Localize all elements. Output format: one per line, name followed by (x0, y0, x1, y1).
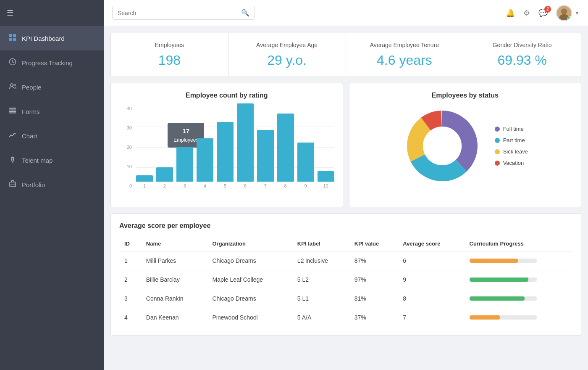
cell-kpi-label: 5 L1 (292, 289, 349, 308)
table-row[interactable]: 3 Conna Rankin Chicago Dreams 5 L1 81% 8 (119, 289, 572, 308)
notification-icon[interactable]: 🔔 (506, 8, 515, 18)
cell-avg-score: 7 (398, 308, 464, 327)
cell-kpi-label: 5 A/A (292, 308, 349, 327)
bar-chart-container: 010203040 1 2 3 4 5 6 7 8 9 10 (119, 106, 334, 198)
svg-rect-9 (9, 111, 16, 112)
legend-item: Sick leave (495, 148, 528, 155)
clock-icon (8, 58, 17, 67)
sidebar-header[interactable]: ☰ (0, 0, 104, 26)
cell-id: 2 (119, 270, 141, 289)
user-menu[interactable]: ▼ (556, 5, 580, 21)
search-box[interactable]: 🔍 (112, 6, 255, 20)
users-icon (8, 82, 17, 92)
cell-organization: Chicago Dreams (207, 251, 292, 270)
legend-label: Vacation (503, 160, 524, 166)
hamburger-icon[interactable]: ☰ (7, 8, 13, 18)
chevron-down-icon[interactable]: ▼ (575, 10, 580, 16)
cell-name: Billie Barclay (141, 270, 207, 289)
table-row[interactable]: 4 Dan Keenan Pinewood School 5 A/A 37% 7 (119, 308, 572, 327)
cell-progress (465, 251, 572, 270)
svg-point-6 (14, 84, 16, 86)
sidebar-item-label: KPI Dashboard (22, 35, 65, 42)
cell-kpi-label: 5 L2 (292, 270, 349, 289)
cell-id: 1 (119, 251, 141, 270)
sidebar-item-forms[interactable]: Forms (0, 99, 104, 124)
bar-x-label: 7 (264, 183, 267, 188)
legend-label: Full time (503, 126, 524, 132)
bar-wrap[interactable]: 6 (237, 103, 254, 188)
content-area: Employees 198 Average Employee Age 29 y.… (104, 26, 588, 370)
kpi-card-value-3: 69.93 % (473, 53, 571, 68)
topbar: 🔍 🔔 ⚙ 💬 2 (104, 0, 588, 26)
kpi-card-title-1: Average Employee Age (239, 42, 336, 48)
legend-item: Vacation (495, 160, 528, 166)
bar-wrap[interactable]: 10 (318, 171, 334, 188)
bar-wrap[interactable]: 1 (136, 175, 153, 188)
progress-bar-fill (470, 259, 518, 263)
cell-avg-score: 6 (398, 251, 464, 270)
portfolio-icon (8, 180, 17, 189)
employee-table: IDNameOrganizationKPI labelKPI valueAver… (119, 236, 572, 327)
svg-rect-2 (9, 38, 12, 41)
bar-x-label: 8 (284, 183, 287, 188)
table-column-header: ID (119, 236, 141, 251)
charts-row: Employee count by rating 010203040 1 2 3… (110, 83, 581, 207)
sidebar-item-kpi-dashboard[interactable]: KPI Dashboard (0, 26, 104, 50)
bar-wrap[interactable]: 3 (176, 147, 193, 188)
kpi-card-2: Average Employee Tenure 4.6 years (346, 33, 464, 77)
bar (318, 171, 334, 182)
bar-x-label: 6 (244, 183, 247, 188)
sidebar-nav: KPI Dashboard Progress Tracking People F… (0, 26, 104, 370)
sidebar-item-label: Forms (22, 108, 40, 115)
sidebar-item-talent-map[interactable]: Telent map (0, 148, 104, 172)
legend-label: Sick leave (503, 148, 528, 155)
cell-kpi-label: L2 inclusive (292, 251, 349, 270)
bar-x-label: 10 (323, 183, 328, 188)
sidebar-item-label: People (22, 84, 42, 91)
progress-bar-bg (470, 259, 537, 263)
avatar (556, 5, 572, 21)
sidebar-item-chart[interactable]: Chart (0, 124, 104, 148)
sidebar-item-people[interactable]: People (0, 75, 104, 99)
bar-wrap[interactable]: 4 (197, 138, 213, 188)
bar-wrap[interactable]: 8 (277, 114, 294, 188)
cell-progress (465, 308, 572, 327)
bar-chart-y-axis: 010203040 (119, 106, 134, 188)
messages-icon[interactable]: 💬 2 (538, 8, 548, 18)
sidebar-item-progress-tracking[interactable]: Progress Tracking (0, 50, 104, 75)
progress-bar-bg (470, 315, 537, 320)
table-row[interactable]: 1 Milli Parkes Chicago Dreams L2 inclusi… (119, 251, 572, 270)
progress-bar-fill (470, 315, 500, 320)
svg-rect-0 (9, 34, 12, 37)
svg-point-15 (561, 8, 567, 14)
progress-bar-fill (470, 296, 525, 301)
legend-dot (495, 161, 500, 166)
settings-icon[interactable]: ⚙ (523, 8, 530, 18)
sidebar-item-portfolio[interactable]: Portfolio (0, 172, 104, 197)
online-status-dot (567, 16, 571, 20)
sidebar-item-label: Portfolio (22, 181, 45, 188)
bar-x-label: 3 (184, 183, 186, 188)
donut-chart-title: Employees by status (358, 92, 573, 99)
bar-wrap[interactable]: 5 (217, 122, 234, 188)
cell-avg-score: 8 (398, 289, 464, 308)
bar (176, 147, 193, 182)
bar-wrap[interactable]: 2 (156, 167, 173, 188)
bar-wrap[interactable]: 9 (297, 143, 314, 188)
cell-name: Conna Rankin (141, 289, 207, 308)
y-axis-label: 10 (119, 164, 134, 169)
cell-id: 3 (119, 289, 141, 308)
bar (217, 122, 234, 182)
table-row[interactable]: 2 Billie Barclay Maple Leaf College 5 L2… (119, 270, 572, 289)
table-body: 1 Milli Parkes Chicago Dreams L2 inclusi… (119, 251, 572, 327)
kpi-card-value-0: 198 (121, 53, 218, 68)
bar-wrap[interactable]: 7 (257, 130, 274, 188)
bars-container: 1 2 3 4 5 6 7 8 9 10 (136, 106, 334, 188)
legend-item: Full time (495, 126, 528, 132)
search-input[interactable] (118, 10, 238, 16)
messages-badge: 2 (544, 6, 551, 13)
legend-dot (495, 127, 500, 132)
cell-kpi-value: 97% (349, 270, 398, 289)
kpi-card-title-0: Employees (121, 42, 218, 48)
svg-rect-7 (9, 108, 16, 109)
